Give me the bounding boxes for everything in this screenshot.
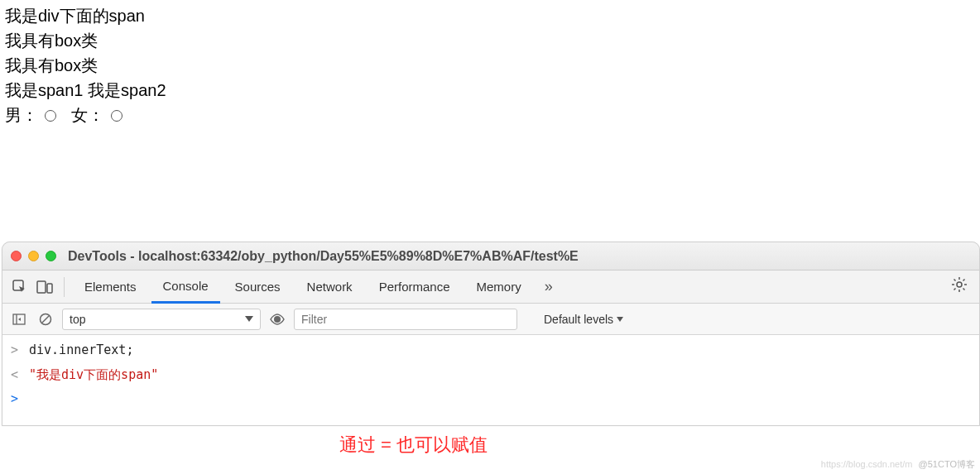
gear-icon[interactable]	[946, 276, 973, 297]
execution-context-select[interactable]: top	[62, 309, 261, 330]
zoom-icon[interactable]	[46, 251, 56, 261]
inspect-icon[interactable]	[9, 276, 31, 298]
console-toolbar: top Default levels	[2, 304, 979, 335]
tab-console[interactable]: Console	[151, 271, 220, 304]
text-line: 我是div下面的span	[5, 3, 975, 28]
svg-rect-1	[37, 281, 46, 293]
tab-memory[interactable]: Memory	[465, 271, 533, 304]
console-prompt-line[interactable]: >	[2, 387, 979, 412]
levels-label: Default levels	[544, 313, 613, 326]
rendered-page: 我是div下面的span 我具有box类 我具有box类 我是span1 我是s…	[0, 0, 980, 131]
context-value: top	[70, 313, 85, 326]
close-icon[interactable]	[11, 251, 22, 261]
tabs-overflow[interactable]: »	[536, 278, 561, 295]
clear-console-icon[interactable]	[36, 309, 55, 329]
console-output-line: < "我是div下面的span"	[2, 363, 979, 388]
watermark-a: https://blog.csdn.net/m	[821, 459, 913, 469]
filter-input[interactable]	[294, 309, 517, 330]
devtools-tabbar: Elements Console Sources Network Perform…	[2, 271, 979, 304]
separator	[64, 277, 65, 297]
output-marker-icon: <	[11, 365, 22, 386]
text-line: 我具有box类	[5, 53, 975, 78]
tab-network[interactable]: Network	[295, 271, 364, 304]
radio-male[interactable]	[45, 110, 56, 122]
console-sidebar-toggle-icon[interactable]	[9, 309, 29, 329]
svg-point-3	[957, 282, 962, 287]
console-input-line: > div.innerText;	[2, 338, 979, 363]
traffic-lights	[11, 251, 56, 261]
console-input-code: div.innerText;	[29, 340, 133, 361]
svg-point-7	[274, 316, 281, 323]
female-label: 女：	[71, 106, 104, 124]
device-toggle-icon[interactable]	[34, 276, 55, 298]
window-title: DevTools - localhost:63342/oby_python/Da…	[68, 249, 579, 264]
span-row: 我是span1 我是span2	[5, 78, 975, 103]
text-line: 我具有box类	[5, 28, 975, 53]
radio-female[interactable]	[111, 110, 122, 122]
input-marker-icon: >	[11, 340, 22, 361]
watermark: https://blog.csdn.net/m @51CTO博客	[821, 458, 975, 471]
minimize-icon[interactable]	[28, 251, 39, 261]
watermark-b: @51CTO博客	[919, 459, 975, 469]
window-titlebar[interactable]: DevTools - localhost:63342/oby_python/Da…	[2, 242, 979, 271]
console-body[interactable]: > div.innerText; < "我是div下面的span" >	[2, 335, 979, 425]
annotation-text: 通过 = 也可以赋值	[339, 433, 488, 457]
chevron-down-icon	[617, 317, 623, 322]
span2: 我是span2	[88, 81, 166, 99]
devtools-window: DevTools - localhost:63342/oby_python/Da…	[2, 242, 980, 426]
live-expression-icon[interactable]	[267, 309, 287, 329]
span1: 我是span1	[5, 81, 84, 99]
console-output-value: "我是div下面的span"	[29, 365, 158, 386]
prompt-marker-icon: >	[11, 389, 22, 410]
radio-row: 男： 女：	[5, 103, 975, 127]
tab-sources[interactable]: Sources	[223, 271, 292, 304]
tab-elements[interactable]: Elements	[73, 271, 148, 304]
svg-rect-2	[47, 284, 52, 293]
svg-line-6	[42, 316, 49, 323]
log-levels-select[interactable]: Default levels	[544, 313, 623, 326]
tab-performance[interactable]: Performance	[368, 271, 462, 304]
male-label: 男：	[5, 106, 38, 124]
chevron-down-icon	[245, 316, 253, 322]
